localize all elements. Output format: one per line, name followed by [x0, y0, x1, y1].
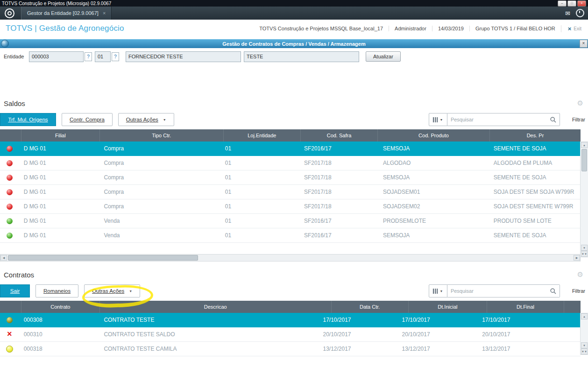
cell-contrato: 000308 [19, 313, 99, 327]
saldos-outras-acoes-button[interactable]: Outras Ações ▼ [118, 113, 174, 126]
saldos-filter-link[interactable]: Filtrar [572, 117, 585, 122]
contratos-outras-acoes-button[interactable]: Outras Ações ▼ [84, 284, 140, 297]
tab-close-icon[interactable]: × [103, 10, 106, 16]
cell-produto: SEMSOJA [378, 228, 489, 242]
minimize-button[interactable]: – [558, 0, 567, 7]
chevron-down-icon: ▼ [129, 290, 132, 293]
cell-filial: D MG 01 [19, 199, 99, 213]
table-row[interactable]: D MG 01 Compra 01 SF2017/18 SOJADSEM02 S… [0, 199, 581, 214]
cell-descricao: CONTRATO TESTE SALDO [99, 327, 318, 341]
exit-button[interactable]: × Exit [561, 25, 583, 32]
page-down-button[interactable]: ▼▼ [581, 251, 588, 257]
scrollbar-body[interactable]: ▲ ▼ ▼▼ [580, 142, 588, 257]
saldos-search-input[interactable] [447, 117, 550, 122]
contratos-settings-gear-icon[interactable]: ⚙ [577, 270, 583, 279]
table-row[interactable]: D MG 01 Compra 01 SF2016/17 SEMSOJA SEME… [0, 142, 581, 156]
table-row[interactable]: 000318 CONTRATO TESTE CAMILA 13/12/2017 … [0, 342, 581, 356]
contr-compra-button[interactable]: Contr. Compra [62, 113, 113, 126]
entity-label: Entidade [4, 54, 24, 59]
cell-descricao: CONTRATO TESTE [99, 313, 318, 327]
saldos-col-filial[interactable]: Filial [21, 129, 100, 142]
entity-code-field[interactable] [29, 51, 84, 62]
table-row[interactable]: D MG 01 Compra 01 SF2017/18 SEMSOJA SEME… [0, 170, 581, 185]
table-row[interactable]: 000310 CONTRATO TESTE SALDO 20/10/2017 2… [0, 327, 581, 342]
cell-descricao: PRODUTO SEM LOTE [489, 214, 581, 228]
entity-shortname-field[interactable] [244, 51, 359, 62]
chevron-down-icon: ▼ [439, 118, 443, 121]
scroll-up-button[interactable]: ▲ [581, 313, 588, 319]
romaneios-button[interactable]: Romaneios [35, 284, 78, 297]
saldos-col-loja[interactable]: Loj.Entidade [224, 129, 301, 142]
contratos-columns-config-button[interactable]: ▼ [429, 284, 447, 297]
vertical-scrollbar[interactable]: ▲ ▼ ▼▼ [581, 129, 588, 257]
entity-store-lookup-button[interactable]: ? [112, 52, 119, 61]
cell-extra [556, 327, 581, 341]
clock-icon[interactable] [576, 9, 584, 17]
contratos-search-box [447, 284, 560, 297]
cell-contrato: 000318 [19, 342, 99, 356]
scrollbar-body[interactable]: ▲ ▼ ▼▼ [580, 313, 588, 355]
cell-descricao: CONTRATO TESTE CAMILA [99, 342, 318, 356]
saldos-columns-config-button[interactable]: ▼ [429, 113, 447, 126]
horizontal-scrollbar[interactable]: ◀ ▶ [0, 254, 581, 262]
os-titlebar: TOTVS Construção e Projetos (Microsiga) … [0, 0, 588, 7]
search-icon[interactable] [550, 288, 556, 294]
row-status-cell [0, 228, 19, 242]
entity-code-lookup-button[interactable]: ? [85, 52, 92, 61]
contratos-col-data[interactable]: Data Ctr. [332, 301, 409, 313]
saldos-col-produto[interactable]: Cod. Produto [378, 129, 490, 142]
saldos-col-descricao[interactable]: Des. Pr [490, 129, 581, 142]
saldos-col-tipo[interactable]: Tipo Ctr. [100, 129, 224, 142]
dialog-titlebar: Gestão de Contratos de Compras / Vendas … [0, 39, 588, 48]
saldos-col-safra[interactable]: Cod. Safra [301, 129, 378, 142]
table-row[interactable]: D MG 01 Venda 01 SF2016/17 SEMSOJA SEMEN… [0, 228, 581, 243]
scroll-right-button[interactable]: ▶ [574, 255, 580, 261]
maximize-button[interactable]: □ [567, 0, 576, 7]
scroll-up-button[interactable]: ▲ [581, 142, 588, 148]
entity-name-field[interactable] [126, 51, 241, 62]
contratos-search-input[interactable] [447, 288, 550, 294]
application-window: TOTVS Construção e Projetos (Microsiga) … [0, 0, 588, 375]
tab-gestor-da-entidade[interactable]: Gestor da Entidade [02.9.0067] × [21, 7, 112, 20]
cell-safra: SF2016/17 [299, 214, 378, 228]
vertical-scrollbar[interactable]: ▲ ▼ ▼▼ [581, 301, 588, 355]
search-icon[interactable] [550, 117, 556, 123]
scroll-left-button[interactable]: ◀ [0, 255, 7, 261]
scrollbar-header-spacer [581, 129, 588, 142]
saldos-settings-gear-icon[interactable]: ⚙ [577, 99, 583, 107]
page-down-button[interactable]: ▼▼ [581, 348, 588, 354]
contratos-col-status[interactable] [0, 301, 21, 313]
contratos-col-descricao[interactable]: Descricao [100, 301, 332, 313]
saldos-section-head: Saldos ⚙ [0, 98, 588, 109]
scrollbar-thumb[interactable] [581, 149, 587, 171]
cell-contrato: 000310 [19, 327, 99, 341]
cell-data: 13/12/2017 [318, 342, 397, 356]
contratos-col-inicial[interactable]: Dt.Inicial [409, 301, 487, 313]
scrollbar-track[interactable] [7, 255, 574, 261]
table-row[interactable]: D MG 01 Compra 01 SF2017/18 ALGODAO ALGO… [0, 156, 581, 170]
table-row[interactable]: D MG 01 Compra 01 SF2017/18 SOJADSEM01 S… [0, 185, 581, 199]
table-row[interactable]: D MG 01 Venda 01 SF2016/17 PRODSEMLOTE P… [0, 214, 581, 228]
mail-icon[interactable]: ✉ [565, 10, 570, 17]
refresh-button[interactable]: Atualizar [366, 51, 401, 62]
trf-mul-origens-button[interactable]: Trf. Mul. Origens [0, 113, 56, 126]
scrollbar-thumb[interactable] [8, 255, 198, 261]
entity-form: Entidade ? ? Atualizar [0, 48, 588, 65]
cell-inicial: 20/10/2017 [397, 327, 478, 341]
sair-button[interactable]: Sair [0, 284, 30, 297]
contratos-filter-link[interactable]: Filtrar [572, 288, 585, 294]
cell-safra: SF2017/18 [299, 170, 378, 184]
contratos-col-final[interactable]: Dt.Final [487, 301, 564, 313]
saldos-col-status[interactable] [0, 129, 21, 142]
close-button[interactable]: × [577, 0, 586, 7]
chevron-down-icon: ▼ [439, 290, 443, 293]
scroll-down-button[interactable]: ▼ [581, 342, 588, 348]
dialog-close-button[interactable]: × [580, 40, 588, 48]
scroll-down-button[interactable]: ▼ [581, 245, 588, 251]
row-status-cell [0, 156, 19, 170]
contratos-col-contrato[interactable]: Contrato [21, 301, 100, 313]
saldos-title: Saldos [4, 99, 25, 107]
entity-store-field[interactable] [95, 51, 111, 62]
status-icon [7, 331, 12, 338]
table-row[interactable]: 000308 CONTRATO TESTE 17/10/2017 17/10/2… [0, 313, 581, 327]
